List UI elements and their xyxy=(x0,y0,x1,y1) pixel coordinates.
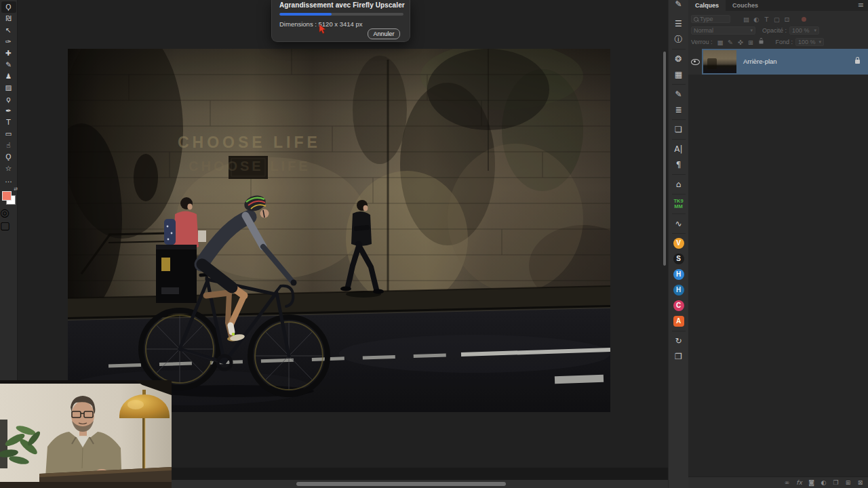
webcam-overlay xyxy=(0,380,172,488)
star-tool[interactable]: ☆ xyxy=(1,163,16,174)
libraries-panel-icon[interactable]: ⌂ xyxy=(669,176,689,192)
mouse-cursor xyxy=(319,24,327,35)
viveza-icon[interactable]: V xyxy=(669,235,689,251)
analog-efex-icon[interactable]: A xyxy=(669,313,689,329)
sharpener-icon[interactable]: H xyxy=(669,282,689,298)
edit-toolbar-button[interactable]: … xyxy=(1,174,16,186)
visibility-gutter[interactable] xyxy=(688,49,702,75)
eyedropper-tool[interactable]: ✑ xyxy=(1,36,16,47)
layer-filter-row: Type ▤ ◐ T ▢ ⊡ xyxy=(688,14,868,24)
opacity-field[interactable]: 100 % ▾ xyxy=(789,26,819,35)
progress-fill xyxy=(279,13,332,16)
color-swatches[interactable]: ⇄ xyxy=(2,191,16,205)
chevron-down-icon: ▾ xyxy=(819,39,822,45)
tk9-panel-icon[interactable]: TK9MM xyxy=(669,196,689,211)
lock-artboard-icon[interactable]: ⊞ xyxy=(746,39,756,46)
layers-panel: Calques Couches ≡ Type ▤ ◐ T ▢ ⊡ Normal … xyxy=(688,0,868,488)
progress-bar xyxy=(279,13,403,16)
tab-calques[interactable]: Calques xyxy=(688,0,726,11)
healing-brush-tool[interactable]: ✚ xyxy=(1,47,16,59)
filter-toggle[interactable] xyxy=(802,17,806,22)
search-placeholder: Type xyxy=(700,16,713,22)
gradient-tool[interactable]: ▨ xyxy=(1,82,16,94)
adjustments-panel-icon[interactable]: ☰ xyxy=(669,16,689,31)
new-group-icon[interactable]: ❐ xyxy=(832,479,840,486)
brushes-panel-icon[interactable]: ✎ xyxy=(669,86,689,102)
toolbar-footer: ⇄ ◎ ▢ xyxy=(0,186,18,232)
type-tool[interactable]: T xyxy=(1,117,16,128)
silver-efex-icon[interactable]: S xyxy=(669,251,689,266)
quick-mask-button[interactable]: ◎ xyxy=(0,206,18,219)
layers-bottom-bar: ∞ fx ◙ ◐ ❐ ⊞ ⊠ xyxy=(688,476,868,488)
lock-row: Verrou : ▦ ✎ ✜ ⊞ Fond : 100 % ▾ xyxy=(688,37,868,47)
crop-tool[interactable]: ₪ xyxy=(1,13,16,24)
link-layers-icon[interactable]: ∞ xyxy=(783,479,791,486)
opacity-value: 100 % xyxy=(792,27,810,34)
horizontal-scrollbar-thumb[interactable] xyxy=(296,482,506,486)
layer-row-arriere-plan[interactable]: Arrière-plan xyxy=(688,49,868,75)
zoom-tool[interactable]: Ǫ xyxy=(1,151,16,163)
filter-pixel-icon[interactable]: ▤ xyxy=(741,16,751,23)
chevron-down-icon: ▾ xyxy=(750,28,753,33)
info-panel-icon[interactable]: ⓘ xyxy=(669,31,689,47)
canvas-photo[interactable]: CHOOSE LIFE CHOOSE LIFE xyxy=(68,49,610,412)
fill-label: Fond : xyxy=(776,39,793,45)
layer-name: Arrière-plan xyxy=(743,49,777,75)
layer-list: Arrière-plan xyxy=(688,49,868,476)
layer-style-icon[interactable]: fx xyxy=(795,479,803,486)
search-icon xyxy=(694,17,698,22)
character-panel-icon[interactable]: A| xyxy=(669,141,689,157)
delete-layer-icon[interactable]: ⊠ xyxy=(856,479,864,486)
color-efex-icon[interactable]: C xyxy=(669,298,689,313)
lock-transparency-icon[interactable]: ▦ xyxy=(715,39,726,46)
adjustment-layer-icon[interactable]: ◐ xyxy=(820,479,827,486)
swap-colors-icon[interactable]: ⇄ xyxy=(14,186,18,192)
properties-panel-icon[interactable]: ✎ xyxy=(669,0,689,16)
chevron-down-icon: ▾ xyxy=(814,28,817,33)
color-panel-icon[interactable]: ❂ xyxy=(669,51,689,66)
hdr-efex-icon[interactable]: H xyxy=(669,266,689,282)
new-layer-icon[interactable]: ⊞ xyxy=(844,479,852,486)
paths-panel-icon[interactable]: ∿ xyxy=(669,216,689,231)
opacity-label: Opacité : xyxy=(762,27,787,34)
filter-adjustment-icon[interactable]: ◐ xyxy=(751,16,762,23)
eye-icon[interactable] xyxy=(691,59,700,65)
filter-type-icon[interactable]: T xyxy=(762,16,772,23)
layer-mask-icon[interactable]: ◙ xyxy=(808,479,815,486)
sync-icon[interactable]: ↻ xyxy=(669,333,689,348)
lock-label: Verrou : xyxy=(691,39,713,45)
filter-smart-object-icon[interactable]: ⊡ xyxy=(782,16,792,23)
vertical-scrollbar-thumb[interactable] xyxy=(663,52,666,266)
lock-position-icon[interactable]: ✜ xyxy=(736,39,746,46)
shape-tool[interactable]: ▭ xyxy=(1,128,16,140)
fill-field[interactable]: 100 % ▾ xyxy=(795,38,824,46)
blend-mode-select[interactable]: Normal ▾ xyxy=(691,26,755,35)
clone-source-panel-icon[interactable]: ❏ xyxy=(669,121,689,137)
blend-row: Normal ▾ Opacité : 100 % ▾ xyxy=(688,26,868,35)
cancel-button[interactable]: Annuler xyxy=(368,28,400,39)
assets-panel-icon[interactable]: ❐ xyxy=(669,348,689,364)
layer-lock-icon[interactable] xyxy=(855,60,860,64)
filter-shape-icon[interactable]: ▢ xyxy=(772,16,782,23)
photoshop-window: { "dialog": { "title": "Agrandissement a… xyxy=(0,0,868,488)
lock-pixels-icon[interactable]: ✎ xyxy=(726,39,736,46)
panel-menu-icon[interactable]: ≡ xyxy=(858,1,864,9)
clone-stamp-tool[interactable]: ♟ xyxy=(1,70,16,82)
pen-tool[interactable]: ✒ xyxy=(1,105,16,117)
hand-tool[interactable]: ☝ xyxy=(1,140,16,151)
brush-settings-panel-icon[interactable]: ≣ xyxy=(669,102,689,117)
dodge-tool[interactable]: ϙ xyxy=(1,94,16,105)
swatches-panel-icon[interactable]: ▦ xyxy=(669,66,689,82)
tab-couches[interactable]: Couches xyxy=(726,0,765,11)
lasso-tool[interactable]: Ϙ xyxy=(1,1,16,13)
paragraph-panel-icon[interactable]: ¶ xyxy=(669,157,689,172)
layer-search-box[interactable]: Type xyxy=(691,15,730,23)
move-tool[interactable]: ↖ xyxy=(1,24,16,36)
layer-thumbnail[interactable] xyxy=(703,50,736,73)
screen-mode-button[interactable]: ▢ xyxy=(0,219,18,232)
brush-tool[interactable]: ✎ xyxy=(1,59,16,70)
blend-mode-value: Normal xyxy=(694,27,713,34)
foreground-swatch[interactable] xyxy=(2,191,12,201)
lock-all-icon[interactable] xyxy=(759,40,763,43)
dialog-title: Agrandissement avec Firefly Upscaler xyxy=(279,1,405,9)
